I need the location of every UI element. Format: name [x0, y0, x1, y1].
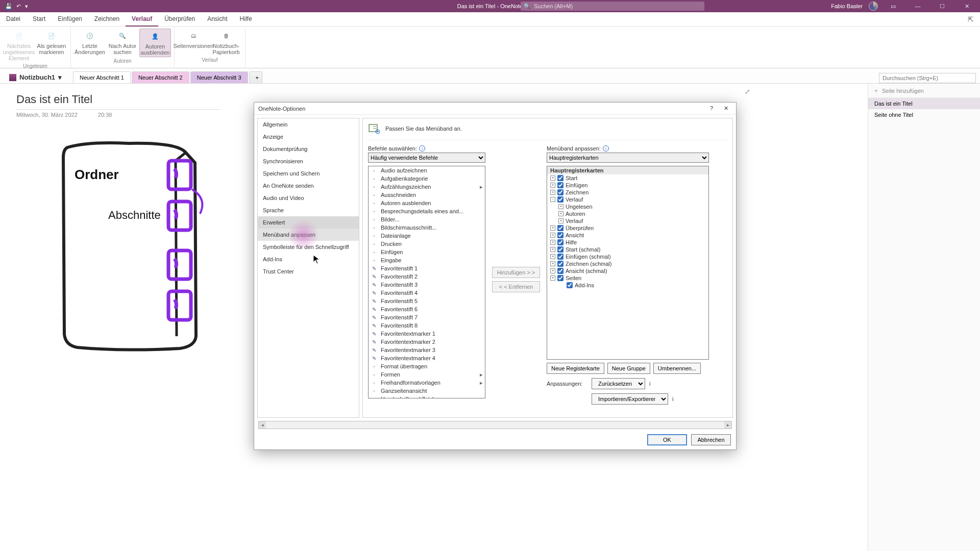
command-item[interactable]: ▫Einfügen: [369, 248, 485, 256]
rename-button[interactable]: Umbenennen...: [653, 363, 701, 374]
mark-read-button[interactable]: 📄Als gelesen markieren: [36, 29, 67, 62]
menu-tab-überprüfen[interactable]: Überprüfen: [158, 12, 201, 27]
tree-checkbox[interactable]: [567, 282, 573, 288]
command-item[interactable]: ✎Favoritentextmarker 3: [369, 346, 485, 354]
undo-icon[interactable]: ↶: [16, 3, 21, 10]
commands-list[interactable]: ▫Audio aufzeichnen▫Aufgabenkategorie▫Auf…: [368, 166, 485, 398]
tree-expander-icon[interactable]: +: [558, 204, 564, 209]
add-command-button[interactable]: Hinzufügen > >: [492, 267, 540, 278]
section-tab[interactable]: Neuer Abschnitt 3: [190, 71, 248, 83]
tree-expander-icon[interactable]: +: [550, 240, 555, 245]
section-tab[interactable]: Neuer Abschnitt 2: [132, 71, 189, 83]
command-item[interactable]: ▫Bildschirmausschnitt...: [369, 223, 485, 232]
notes-search-input[interactable]: [879, 73, 976, 83]
tree-checkbox[interactable]: [557, 239, 564, 245]
command-item[interactable]: ✎Favoritentextmarker 1: [369, 330, 485, 338]
command-item[interactable]: ▫Autoren ausblenden: [369, 199, 485, 207]
options-category[interactable]: Anzeige: [258, 131, 359, 143]
notebook-picker[interactable]: Notizbuch1▾: [4, 71, 67, 83]
share-icon[interactable]: ⇱: [968, 15, 974, 23]
tree-expander-icon[interactable]: +: [550, 247, 555, 252]
tree-checkbox[interactable]: [557, 246, 564, 253]
recent-changes-button[interactable]: 🕓Letzte Änderungen: [74, 29, 106, 57]
expand-page-icon[interactable]: ⤢: [745, 88, 750, 95]
menu-tab-start[interactable]: Start: [27, 12, 52, 27]
menu-tab-datei[interactable]: Datei: [0, 12, 27, 27]
command-item[interactable]: ▫Aufgabenkategorie: [369, 174, 485, 183]
save-icon[interactable]: 💾: [5, 3, 12, 10]
command-item[interactable]: ▫Ausschneiden: [369, 191, 485, 199]
command-item[interactable]: ▫Handschrift und Zeichnungen ...: [369, 395, 485, 398]
tree-node[interactable]: +Einfügen (schmal): [547, 253, 708, 260]
tree-checkbox[interactable]: [557, 189, 564, 195]
command-item[interactable]: ✎Favoritenstift 7: [369, 313, 485, 321]
page-list-item[interactable]: Das ist ein Titel: [868, 98, 980, 109]
close-icon[interactable]: ✕: [958, 0, 976, 12]
command-item[interactable]: ▫Besprechungsdetails eines and...: [369, 207, 485, 215]
tree-checkbox[interactable]: [557, 225, 564, 231]
command-item[interactable]: ✎Favoritenstift 4: [369, 289, 485, 297]
info-icon[interactable]: i: [649, 381, 650, 387]
import-export-dropdown[interactable]: Importieren/Exportieren: [592, 393, 668, 405]
remove-command-button[interactable]: < < Entfernen: [492, 281, 540, 292]
command-item[interactable]: ▫Ganzseitenansicht: [369, 387, 485, 395]
command-item[interactable]: ▫Eingabe: [369, 256, 485, 264]
command-item[interactable]: ✎Favoritenstift 5: [369, 297, 485, 305]
cancel-button[interactable]: Abbrechen: [691, 434, 731, 445]
command-item[interactable]: ▫Audio aufzeichnen: [369, 166, 485, 174]
user-name[interactable]: Fabio Basler: [831, 3, 863, 9]
command-item[interactable]: ✎Favoritenstift 1: [369, 264, 485, 272]
dialog-hscrollbar[interactable]: ◂▸: [258, 421, 732, 429]
options-category[interactable]: Menüband anpassen: [258, 229, 359, 241]
tree-checkbox[interactable]: [557, 182, 564, 188]
page-list-item[interactable]: Seite ohne Titel: [868, 109, 980, 120]
tree-node[interactable]: +Start (schmal): [547, 246, 708, 253]
tree-expander-icon[interactable]: +: [550, 261, 555, 266]
options-category[interactable]: Add-Ins: [258, 253, 359, 265]
command-item[interactable]: ▫Formen▸: [369, 370, 485, 379]
options-category[interactable]: Dokumentprüfung: [258, 143, 359, 155]
ribbon-mode-icon[interactable]: ▭: [884, 0, 902, 12]
command-item[interactable]: ▫Bilder...: [369, 215, 485, 223]
tree-node[interactable]: +Zeichnen: [547, 189, 708, 196]
tree-expander-icon[interactable]: +: [550, 233, 555, 238]
tree-checkbox[interactable]: [557, 268, 564, 274]
menu-tab-ansicht[interactable]: Ansicht: [201, 12, 233, 27]
find-by-author-button[interactable]: 🔍Nach Autor suchen: [107, 29, 138, 57]
customize-qa-icon[interactable]: ▾: [25, 3, 28, 10]
tree-checkbox[interactable]: [557, 232, 564, 238]
tree-expander-icon[interactable]: +: [550, 226, 555, 231]
options-category[interactable]: Synchronisieren: [258, 155, 359, 167]
tree-node[interactable]: +Ansicht: [547, 232, 708, 239]
tree-expander-icon[interactable]: +: [558, 218, 564, 223]
ribbon-tree[interactable]: Hauptregisterkarten +Start+Einfügen+Zeic…: [547, 166, 709, 360]
tree-expander-icon[interactable]: +: [550, 254, 555, 259]
ok-button[interactable]: OK: [647, 434, 687, 445]
command-item[interactable]: ▫Format übertragen: [369, 362, 485, 370]
tree-checkbox[interactable]: [557, 254, 564, 260]
page-title[interactable]: Das ist ein Titel: [16, 93, 220, 110]
new-group-button[interactable]: Neue Gruppe: [607, 363, 650, 374]
dialog-close-icon[interactable]: ✕: [720, 105, 732, 112]
customize-ribbon-combo[interactable]: Hauptregisterkarten: [547, 153, 709, 163]
reset-dropdown[interactable]: Zurücksetzen: [592, 378, 645, 389]
minimize-icon[interactable]: —: [909, 0, 927, 12]
notebook-trash-button[interactable]: 🗑Notizbuch- Papierkorb: [210, 29, 242, 56]
tree-node[interactable]: +Überprüfen: [547, 224, 708, 232]
tree-node[interactable]: +Hilfe: [547, 239, 708, 246]
tree-node[interactable]: Add-Ins: [547, 282, 708, 289]
tree-node[interactable]: +Zeichnen (schmal): [547, 260, 708, 267]
command-item[interactable]: ▫Freihandformatvorlagen▸: [369, 379, 485, 387]
menu-tab-einfügen[interactable]: Einfügen: [52, 12, 88, 27]
command-item[interactable]: ✎Favoritenstift 2: [369, 272, 485, 281]
command-item[interactable]: ✎Favoritenstift 6: [369, 305, 485, 313]
add-page-button[interactable]: ＋Seite hinzufügen: [868, 84, 980, 98]
info-icon[interactable]: i: [672, 396, 673, 402]
tree-node[interactable]: +Autoren: [547, 210, 708, 217]
tree-node[interactable]: +Einfügen: [547, 182, 708, 189]
command-item[interactable]: ✎Favoritenstift 3: [369, 281, 485, 289]
command-item[interactable]: ▫Dateianlage: [369, 232, 485, 240]
options-category[interactable]: Allgemein: [258, 118, 359, 131]
tree-checkbox[interactable]: [557, 196, 564, 203]
hide-authors-button[interactable]: 👤Autoren ausblenden: [139, 29, 171, 57]
